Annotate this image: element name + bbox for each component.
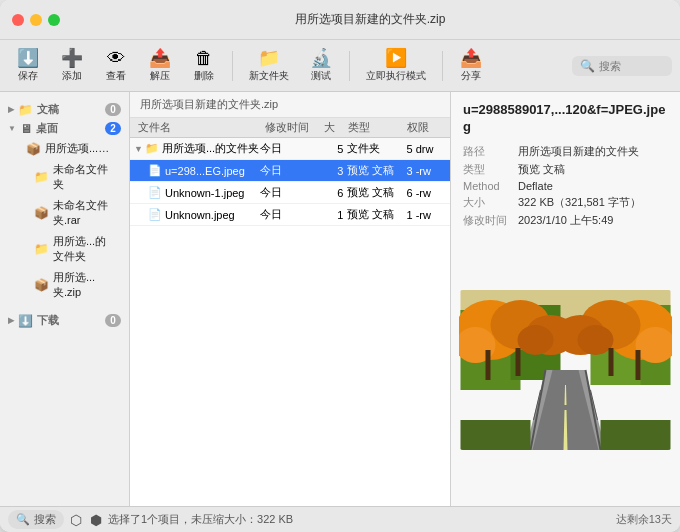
preview-image <box>459 290 672 450</box>
col-header-type[interactable]: 类型 <box>348 120 407 135</box>
type-value: 预览 文稿 <box>518 162 668 177</box>
sidebar-desktop-text: 桌面 <box>36 121 58 136</box>
zip-icon: 📦 <box>26 142 41 156</box>
method-label: Method <box>463 180 518 192</box>
col-header-size[interactable]: 大 <box>324 120 348 135</box>
preview-panel: u=2988589017,...120&f=JPEG.jpeg 路径 用所选项目… <box>450 92 680 506</box>
new-folder-label: 新文件夹 <box>249 69 289 83</box>
meta-row-modified: 修改时间 2023/1/10 上午5:49 <box>463 213 668 228</box>
new-folder-icon: 📁 <box>258 49 280 67</box>
file-icon-0: 📁 <box>145 142 159 155</box>
row-perms-3: 1 -rw <box>407 209 446 221</box>
row-name-3: 📄 Unknown.jpeg <box>134 208 260 221</box>
test-label: 测试 <box>311 69 331 83</box>
table-row[interactable]: ▼ 📁 用所选项...的文件夹 今日 5 文件夹 5 drw <box>130 138 450 160</box>
run-mode-icon: ▶️ <box>385 49 407 67</box>
modified-value: 2023/1/10 上午5:49 <box>518 213 668 228</box>
file-icon-3: 📄 <box>148 208 162 221</box>
documents-badge: 0 <box>105 103 121 116</box>
file-list: ▼ 📁 用所选项...的文件夹 今日 5 文件夹 5 drw 📄 u=298..… <box>130 138 450 506</box>
triangle-icon: ▶ <box>8 105 14 114</box>
search-input[interactable] <box>599 60 669 72</box>
row-perms-1: 3 -rw <box>407 165 446 177</box>
road-svg <box>459 290 672 450</box>
sidebar-item-sel-zip[interactable]: 📦 用所选...夹.zip <box>4 267 125 303</box>
sidebar-section-desktop[interactable]: ▼ 🖥 桌面 2 <box>0 119 129 138</box>
extract-button[interactable]: 📤 解压 <box>140 45 180 87</box>
modified-label: 修改时间 <box>463 213 518 228</box>
view-button[interactable]: 👁 查看 <box>96 45 136 87</box>
status-search[interactable]: 🔍 搜索 <box>8 510 64 529</box>
run-mode-button[interactable]: ▶️ 立即执行模式 <box>358 45 434 87</box>
table-row[interactable]: 📄 Unknown.jpeg 今日 1 预览 文稿 1 -rw <box>130 204 450 226</box>
search-icon: 🔍 <box>580 59 595 73</box>
rar-icon: 📦 <box>34 206 49 220</box>
indent-icon[interactable]: ⬡ <box>70 512 82 528</box>
test-button[interactable]: 🔬 测试 <box>301 45 341 87</box>
separator-1 <box>232 51 233 81</box>
path-value: 用所选项目新建的文件夹 <box>518 144 668 159</box>
row-type-2: 预览 文稿 <box>347 185 406 200</box>
meta-row-type: 类型 预览 文稿 <box>463 162 668 177</box>
sidebar-documents-label: 📁 <box>18 103 33 117</box>
add-label: 添加 <box>62 69 82 83</box>
status-right: 达剩余13天 <box>616 512 672 527</box>
search-box[interactable]: 🔍 <box>572 56 672 76</box>
extract-icon: 📤 <box>149 49 171 67</box>
maximize-button[interactable] <box>48 14 60 26</box>
sidebar-section-downloads[interactable]: ▶ ⬇️ 下载 0 <box>0 311 129 330</box>
meta-row-method: Method Deflate <box>463 180 668 192</box>
delete-button[interactable]: 🗑 删除 <box>184 45 224 87</box>
delete-icon: 🗑 <box>195 49 213 67</box>
path-label: 路径 <box>463 144 518 159</box>
triangle-icon-3: ▶ <box>8 316 14 325</box>
triangle-icon-2: ▼ <box>8 124 16 133</box>
add-button[interactable]: ➕ 添加 <box>52 45 92 87</box>
row-type-3: 预览 文稿 <box>347 207 406 222</box>
share-label: 分享 <box>461 69 481 83</box>
table-row[interactable]: 📄 Unknown-1.jpeg 今日 6 预览 文稿 6 -rw <box>130 182 450 204</box>
table-row[interactable]: 📄 u=298...EG.jpeg 今日 3 预览 文稿 3 -rw <box>130 160 450 182</box>
new-folder-button[interactable]: 📁 新文件夹 <box>241 45 297 87</box>
svg-rect-28 <box>516 348 521 376</box>
row-size-3: 1 <box>320 209 344 221</box>
save-button[interactable]: ⬇️ 保存 <box>8 45 48 87</box>
meta-row-path: 路径 用所选项目新建的文件夹 <box>463 144 668 159</box>
breadcrumb-path: 用所选项目新建的文件夹.zip <box>140 97 278 112</box>
col-header-date[interactable]: 修改时间 <box>265 120 324 135</box>
col-header-name[interactable]: 文件名 <box>134 120 265 135</box>
row-perms-2: 6 -rw <box>407 187 446 199</box>
sidebar-section-documents[interactable]: ▶ 📁 文稿 0 <box>0 100 129 119</box>
outdent-icon[interactable]: ⬢ <box>90 512 102 528</box>
sidebar-item-unnamed-folder[interactable]: 📁 未命名文件夹 <box>4 159 125 195</box>
row-name-2: 📄 Unknown-1.jpeg <box>134 186 260 199</box>
share-icon: 📤 <box>460 49 482 67</box>
sel-folder-icon: 📁 <box>34 242 49 256</box>
minimize-button[interactable] <box>30 14 42 26</box>
close-button[interactable] <box>12 14 24 26</box>
main-content: ▶ 📁 文稿 0 ▼ 🖥 桌面 2 📦 用所选项...的文件夹.zip 📁 未命… <box>0 92 680 506</box>
share-button[interactable]: 📤 分享 <box>451 45 491 87</box>
sidebar-item-rar[interactable]: 📦 未命名文件夹.rar <box>4 195 125 231</box>
downloads-badge: 0 <box>105 314 121 327</box>
sidebar-desktop-icon: 🖥 <box>20 122 32 136</box>
titlebar: 用所选项目新建的文件夹.zip <box>0 0 680 40</box>
sidebar-item-selected-folder[interactable]: 📁 用所选...的文件夹 <box>4 231 125 267</box>
col-header-perms[interactable]: 权限 <box>407 120 446 135</box>
view-icon: 👁 <box>107 49 125 67</box>
svg-rect-25 <box>461 420 531 450</box>
add-icon: ➕ <box>61 49 83 67</box>
row-type-1: 预览 文稿 <box>347 163 406 178</box>
toolbar: ⬇️ 保存 ➕ 添加 👁 查看 📤 解压 🗑 删除 📁 新文件夹 🔬 测试 <box>0 40 680 92</box>
zip-label: 用所选项...的文件夹.zip <box>45 141 117 156</box>
status-selected-text: 选择了1个项目，未压缩大小：322 KB <box>108 512 293 527</box>
sidebar-downloads-text: 下载 <box>37 313 59 328</box>
svg-rect-30 <box>609 348 614 376</box>
main-window: 用所选项目新建的文件夹.zip ⬇️ 保存 ➕ 添加 👁 查看 📤 解压 🗑 删… <box>0 0 680 532</box>
sidebar-item-zip[interactable]: 📦 用所选项...的文件夹.zip <box>4 138 125 159</box>
status-bar: 🔍 搜索 ⬡ ⬢ 选择了1个项目，未压缩大小：322 KB 达剩余13天 <box>0 506 680 532</box>
extract-label: 解压 <box>150 69 170 83</box>
folder-toggle-icon[interactable]: ▼ <box>134 144 143 154</box>
row-size-2: 6 <box>320 187 344 199</box>
sidebar-downloads-icon: ⬇️ <box>18 314 33 328</box>
